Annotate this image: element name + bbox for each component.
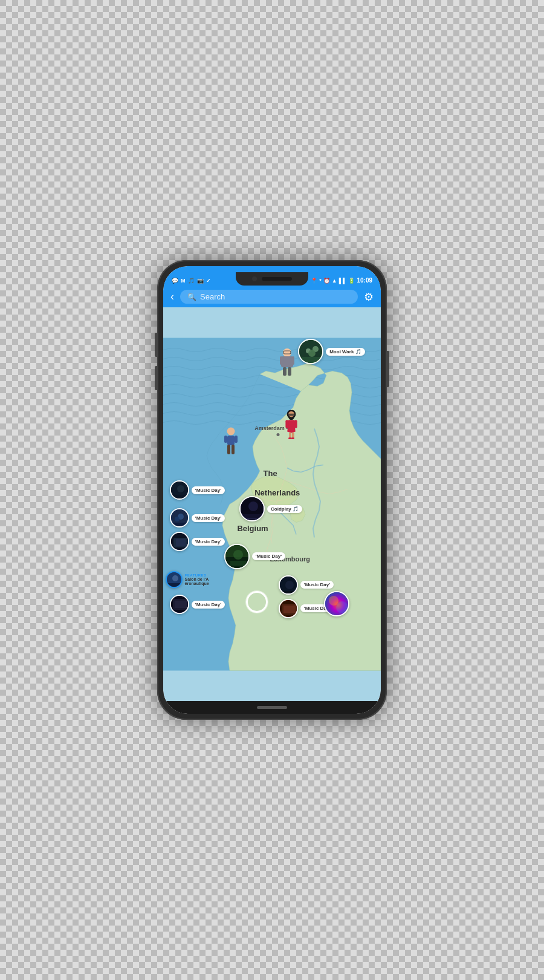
bitmoji-glasses (276, 347, 298, 377)
story-music-day-1[interactable]: 'Music Day' (170, 480, 225, 500)
story-music-day-4[interactable]: 'Music Day' (224, 544, 285, 569)
svg-rect-10 (227, 436, 235, 445)
svg-rect-18 (288, 414, 296, 416)
story-circle-salon (166, 571, 183, 588)
story-label-6: 'Music Day' (300, 581, 334, 589)
story-circle-mooi-wark (298, 339, 323, 364)
story-music-day-2[interactable]: 'Music Day' (170, 508, 225, 528)
signal-icon: ▌▌ (339, 278, 347, 284)
story-circle-2 (170, 508, 189, 528)
svg-rect-4 (281, 356, 293, 367)
svg-rect-12 (235, 436, 238, 443)
avatar-woman-red[interactable] (280, 410, 302, 440)
svg-rect-23 (289, 437, 292, 439)
avatar-man-glasses[interactable] (276, 347, 298, 377)
svg-point-62 (336, 601, 348, 613)
svg-rect-43 (176, 539, 186, 546)
story-circle-6 (279, 575, 298, 595)
svg-rect-40 (171, 523, 189, 528)
tasks-icon: ✓ (206, 278, 211, 284)
svg-rect-14 (232, 445, 235, 454)
svg-rect-6 (292, 356, 294, 365)
svg-point-35 (177, 485, 184, 492)
bitmoji-red (280, 410, 302, 440)
volume-up-button[interactable] (155, 333, 157, 357)
location-icon: 📍 (311, 278, 317, 284)
story-music-day-3[interactable]: 'Music Day' (170, 532, 225, 551)
svg-rect-50 (167, 583, 183, 588)
phone-frame: 💬 M 🎵 📷 ✓ 📍 * ⏰ ▲ ▌▌ 🔋 10:09 (157, 260, 387, 720)
svg-point-55 (285, 581, 294, 589)
svg-rect-29 (299, 357, 323, 364)
toolbar: ‹ 🔍 Search ⚙ (163, 286, 381, 307)
map-container[interactable]: Amsterdam • The Netherlands Belgium Luxe… (163, 307, 381, 701)
status-left-icons: 💬 M 🎵 📷 ✓ (172, 278, 211, 284)
svg-point-2 (283, 348, 291, 357)
svg-rect-32 (241, 514, 265, 521)
story-circle-5 (170, 595, 189, 614)
screen: 💬 M 🎵 📷 ✓ 📍 * ⏰ ▲ ▌▌ 🔋 10:09 (163, 266, 381, 714)
volume-down-button[interactable] (155, 366, 157, 390)
phone-inner: 💬 M 🎵 📷 ✓ 📍 * ⏰ ▲ ▌▌ 🔋 10:09 (163, 266, 381, 714)
story-label-5: 'Music Day' (192, 601, 225, 609)
alarm-icon: ⏰ (323, 278, 330, 284)
status-right-icons: 📍 * ⏰ ▲ ▌▌ 🔋 10:09 (311, 277, 372, 284)
back-button[interactable]: ‹ (170, 290, 174, 303)
power-button[interactable] (387, 351, 389, 387)
time-display: 10:09 (357, 277, 372, 284)
story-circle-4 (224, 544, 250, 569)
battery-icon: 🔋 (348, 278, 355, 284)
story-circle-1 (170, 480, 189, 500)
settings-button[interactable]: ⚙ (364, 290, 374, 304)
story-circle-vibrant (324, 591, 349, 616)
story-music-day-5[interactable]: 'Music Day' (170, 595, 225, 614)
svg-rect-11 (224, 436, 227, 443)
svg-rect-19 (286, 420, 289, 428)
svg-point-49 (172, 575, 178, 581)
bitmoji-blue (220, 425, 242, 456)
svg-point-9 (227, 428, 235, 436)
svg-rect-24 (291, 437, 294, 439)
story-label-2: 'Music Day' (192, 514, 225, 522)
search-bar[interactable]: 🔍 Search (180, 290, 358, 304)
salon-name: Salon de l'Aéronautique (185, 577, 209, 586)
story-vibrant[interactable] (324, 591, 349, 616)
avatar-man-blue[interactable] (220, 425, 242, 456)
story-circle-7 (279, 599, 298, 618)
svg-point-39 (175, 517, 180, 521)
story-circle-3 (170, 532, 189, 551)
svg-rect-36 (171, 495, 189, 500)
story-circle-coldplay (239, 496, 265, 521)
earpiece (262, 277, 292, 281)
home-pill[interactable] (257, 706, 287, 709)
story-salon[interactable]: FEATURED Salon de l'Aéronautique (166, 571, 209, 588)
svg-rect-47 (230, 561, 246, 566)
story-coldplay[interactable]: Coldplay 🎵 (239, 496, 302, 521)
salon-label-wrap: FEATURED Salon de l'Aéronautique (185, 573, 209, 586)
story-label-mooi-wark: Mooi Wark 🎵 (326, 348, 364, 356)
instagram-icon: 📷 (197, 278, 204, 284)
svg-rect-8 (288, 367, 291, 376)
search-placeholder: Search (200, 292, 225, 301)
story-label-1: 'Music Day' (192, 486, 225, 494)
bluetooth-icon: * (319, 278, 322, 284)
home-bar (163, 701, 381, 714)
svg-rect-59 (283, 606, 296, 613)
svg-point-31 (248, 501, 258, 511)
music-icon: 🎵 (188, 278, 195, 284)
svg-rect-5 (280, 356, 282, 365)
location-pin[interactable] (246, 591, 268, 613)
svg-point-1 (277, 433, 280, 436)
story-label-4: 'Music Day' (252, 552, 285, 560)
svg-rect-56 (280, 591, 298, 595)
svg-rect-13 (227, 445, 230, 454)
svg-point-28 (308, 350, 316, 357)
svg-rect-7 (283, 367, 287, 376)
wifi-icon: ▲ (332, 278, 337, 284)
story-mooi-wark[interactable]: Mooi Wark 🎵 (298, 339, 364, 364)
notch (236, 272, 308, 286)
chat-icon: 💬 (172, 278, 178, 284)
gmail-icon: M (181, 278, 186, 284)
search-icon: 🔍 (187, 293, 196, 301)
story-label-3: 'Music Day' (192, 538, 225, 546)
